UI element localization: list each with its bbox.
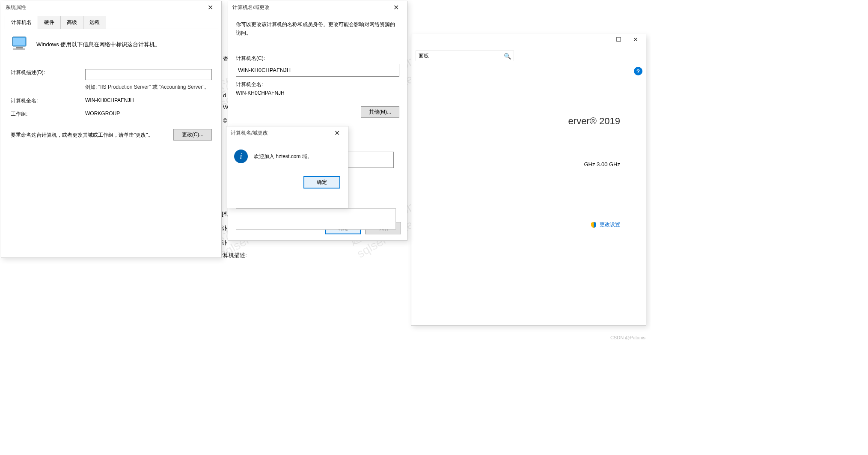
csdn-credit: CSDN @Patanis (610, 335, 645, 340)
panel-search[interactable]: 面板 🔍 (416, 51, 514, 61)
fullname-value: WIN-KH0CHPAFNJH (236, 90, 399, 96)
bg-partial: 讣 (222, 239, 227, 247)
close-button[interactable]: ✕ (328, 129, 345, 137)
titlebar: 计算机名/域更改 ✕ (228, 1, 407, 14)
desc-input[interactable] (85, 69, 212, 80)
computer-icon (11, 35, 30, 54)
member-of-groupbox (236, 208, 396, 230)
change-settings-link[interactable]: 更改设置 (590, 221, 620, 228)
tab-body: Windows 使用以下信息在网络中标识这台计算机。 计算机描述(D): 例如:… (5, 29, 218, 153)
intro-text: Windows 使用以下信息在网络中标识这台计算机。 (36, 41, 161, 48)
tab-computer-name[interactable]: 计算机名 (5, 16, 38, 29)
maximize-button[interactable]: ☐ (610, 36, 627, 43)
svg-rect-2 (16, 47, 23, 48)
info-icon: i (234, 150, 248, 163)
dialog-title: 系统属性 (6, 4, 26, 11)
shield-icon (590, 222, 597, 228)
close-button[interactable]: ✕ (202, 3, 219, 12)
svg-rect-1 (13, 38, 25, 45)
computer-name-input[interactable] (236, 64, 399, 77)
close-button[interactable]: ✕ (387, 3, 404, 12)
titlebar: 计算机名/域更改 ✕ (226, 126, 348, 139)
rename-text: 要重命名这台计算机，或者更改其域或工作组，请单击"更改"。 (11, 131, 167, 139)
bg-system-window: — ☐ ✕ 面板 🔍 ? erver® 2019 GHz 3.00 GHz 更改… (411, 34, 646, 326)
panel-label: 面板 (419, 52, 429, 60)
more-button[interactable]: 其他(M)... (361, 106, 399, 118)
workgroup-label: 工作组: (11, 111, 79, 118)
help-icon[interactable]: ? (634, 67, 642, 75)
cpu-ghz-text: GHz 3.00 GHz (584, 161, 620, 168)
svg-rect-3 (13, 48, 25, 50)
tabbar: 计算机名 硬件 高级 远程 (1, 14, 221, 29)
close-button[interactable]: ✕ (627, 36, 644, 43)
server-version-text: erver® 2019 (568, 116, 620, 127)
tab-hardware[interactable]: 硬件 (38, 16, 61, 29)
change-button[interactable]: 更改(C)... (173, 129, 212, 141)
window-controls: — ☐ ✕ (593, 36, 644, 43)
desc-label: 计算机描述(D): (11, 69, 79, 76)
workgroup-value: WORKGROUP (85, 111, 212, 117)
msg-text: 欢迎加入 hztest.com 域。 (254, 153, 312, 160)
bg-partial: 讣 (222, 225, 227, 232)
welcome-msgbox: 计算机名/域更改 ✕ i 欢迎加入 hztest.com 域。 确定 (226, 126, 348, 208)
dialog-title: 计算机名/域更改 (231, 129, 268, 137)
dialog-title: 计算机名/域更改 (232, 4, 270, 11)
fullname-label: 计算机全名: (11, 97, 79, 105)
fullname-value: WIN-KH0CHPAFNJH (85, 97, 212, 103)
ok-button[interactable]: 确定 (303, 176, 340, 189)
system-properties-dialog: 系统属性 ✕ 计算机名 硬件 高级 远程 Windows 使用以下信息在网络中标… (1, 1, 222, 258)
titlebar: 系统属性 ✕ (1, 1, 221, 14)
computer-name-label: 计算机名(C): (236, 55, 399, 62)
bg-partial: © (223, 117, 227, 124)
search-icon: 🔍 (504, 53, 511, 60)
change-settings-text: 更改设置 (600, 221, 620, 228)
desc-hint: 例如: "IIS Production Server" 或 "Accountin… (85, 83, 212, 91)
tab-advanced[interactable]: 高级 (60, 16, 83, 29)
minimize-button[interactable]: — (593, 36, 610, 43)
bg-partial: 计算机描述: (217, 251, 247, 259)
bg-partial: d (223, 92, 226, 99)
intro-text: 你可以更改该计算机的名称和成员身份。更改可能会影响对网络资源的访问。 (236, 20, 399, 38)
fullname-label: 计算机全名: (236, 81, 399, 88)
tab-remote[interactable]: 远程 (83, 16, 106, 29)
